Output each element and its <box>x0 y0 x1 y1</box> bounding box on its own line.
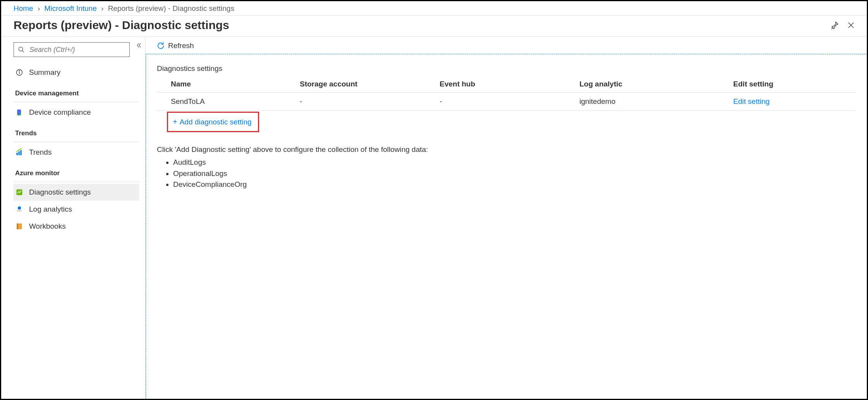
divider <box>14 182 139 182</box>
svg-rect-8 <box>17 153 18 155</box>
table-row: SendToLA - - ignitedemo Edit setting <box>157 93 856 111</box>
col-loganalytic: Log analytic <box>576 76 730 93</box>
breadcrumb: Home › Microsoft Intune › Reports (previ… <box>1 1 867 16</box>
svg-point-2 <box>19 47 23 51</box>
refresh-icon <box>156 41 165 50</box>
refresh-button[interactable]: Refresh <box>156 41 194 50</box>
svg-rect-10 <box>21 150 22 155</box>
sidebar-group-device-management: Device management <box>14 81 139 99</box>
refresh-label: Refresh <box>168 41 194 50</box>
col-edit: Edit setting <box>730 76 856 93</box>
log-analytics-icon <box>15 205 24 213</box>
breadcrumb-home[interactable]: Home <box>14 4 33 12</box>
edit-setting-link[interactable]: Edit setting <box>733 97 770 105</box>
sidebar-item-label: Trends <box>29 148 52 157</box>
svg-rect-17 <box>17 224 18 229</box>
sidebar-item-trends[interactable]: Trends <box>14 144 139 161</box>
sidebar-item-label: Diagnostic settings <box>29 188 91 197</box>
page-title: Reports (preview) - Diagnostic settings <box>14 19 825 32</box>
svg-line-3 <box>22 50 24 52</box>
sidebar-item-label: Log analytics <box>29 205 72 214</box>
col-eventhub: Event hub <box>437 76 576 93</box>
svg-rect-13 <box>17 210 18 212</box>
cell-storage: - <box>297 93 437 111</box>
svg-rect-14 <box>19 210 20 212</box>
sidebar-item-diagnostic-settings[interactable]: Diagnostic settings <box>14 184 139 201</box>
log-type-item: DeviceComplianceOrg <box>173 179 856 190</box>
log-type-item: OperationalLogs <box>173 168 856 179</box>
section-heading: Diagnostics settings <box>157 64 856 73</box>
content-region: Diagnostics settings Name Storage accoun… <box>146 54 867 399</box>
search-field[interactable] <box>29 45 125 54</box>
plus-icon: + <box>173 117 177 126</box>
device-compliance-icon <box>15 109 24 116</box>
sidebar-item-label: Device compliance <box>29 108 91 117</box>
sidebar-group-azure-monitor: Azure monitor <box>14 161 139 179</box>
close-icon[interactable] <box>844 19 858 32</box>
log-type-item: AuditLogs <box>173 157 856 168</box>
sidebar: Summary Device management Device complia… <box>1 37 145 399</box>
trends-icon <box>15 148 24 156</box>
pin-icon[interactable] <box>828 19 841 32</box>
sidebar-item-device-compliance[interactable]: Device compliance <box>14 104 139 121</box>
log-types-list: AuditLogs OperationalLogs DeviceComplian… <box>173 157 856 190</box>
col-storage: Storage account <box>297 76 437 93</box>
workbooks-icon <box>15 222 24 230</box>
sidebar-item-summary[interactable]: Summary <box>14 64 139 81</box>
collapse-sidebar-icon[interactable] <box>136 42 142 48</box>
info-icon <box>15 69 24 76</box>
add-diagnostic-setting-button[interactable]: + Add diagnostic setting <box>168 113 258 131</box>
sidebar-group-trends: Trends <box>14 121 139 139</box>
highlight-add-diagnostic: + Add diagnostic setting <box>167 112 259 132</box>
breadcrumb-current: Reports (preview) - Diagnostic settings <box>108 4 234 12</box>
chevron-right-icon: › <box>101 4 103 12</box>
search-icon <box>18 46 25 53</box>
svg-point-12 <box>18 207 21 210</box>
breadcrumb-intune[interactable]: Microsoft Intune <box>45 4 97 12</box>
diagnostics-table: Name Storage account Event hub Log analy… <box>157 76 856 111</box>
svg-rect-15 <box>21 210 22 212</box>
cell-name: SendToLA <box>157 93 297 111</box>
divider <box>14 142 139 142</box>
cell-loganalytic: ignitedemo <box>576 93 730 111</box>
svg-point-6 <box>19 71 19 71</box>
add-diagnostic-label: Add diagnostic setting <box>180 118 252 126</box>
hint-text: Click 'Add Diagnostic setting' above to … <box>157 145 856 154</box>
sidebar-item-log-analytics[interactable]: Log analytics <box>14 201 139 218</box>
divider <box>14 102 139 102</box>
svg-rect-9 <box>19 152 20 155</box>
main-panel: Refresh Diagnostics settings Name Storag… <box>145 37 867 399</box>
table-header-row: Name Storage account Event hub Log analy… <box>157 76 856 93</box>
sidebar-item-label: Summary <box>29 68 60 77</box>
title-bar: Reports (preview) - Diagnostic settings <box>1 16 867 37</box>
toolbar: Refresh <box>146 37 867 54</box>
chevron-right-icon: › <box>38 4 40 12</box>
sidebar-item-label: Workbooks <box>29 222 66 231</box>
cell-eventhub: - <box>437 93 576 111</box>
col-name: Name <box>157 76 297 93</box>
sidebar-item-workbooks[interactable]: Workbooks <box>14 218 139 235</box>
search-input[interactable] <box>14 42 130 57</box>
diagnostic-settings-icon <box>15 188 24 196</box>
